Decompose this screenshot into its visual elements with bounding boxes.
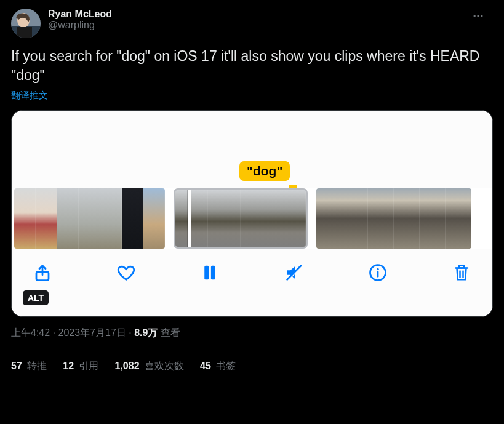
mute-button[interactable] <box>281 259 308 286</box>
username: @warpling <box>48 20 493 31</box>
views-count: 8.9万 <box>134 327 158 338</box>
user-info[interactable]: Ryan McLeod @warpling <box>48 9 493 31</box>
more-button[interactable] <box>472 10 493 25</box>
playhead[interactable] <box>188 188 191 249</box>
svg-rect-3 <box>17 27 32 38</box>
meta-line[interactable]: 上午4:42 · 2023年7月17日 · 8.9万 查看 <box>11 327 493 340</box>
avatar[interactable] <box>11 9 41 38</box>
delete-button[interactable] <box>448 259 475 286</box>
like-button[interactable] <box>113 259 140 286</box>
translate-link[interactable]: 翻译推文 <box>11 90 493 102</box>
tweet-container: Ryan McLeod @warpling If you search for … <box>0 0 504 383</box>
retweets[interactable]: 57 转推 <box>11 360 47 373</box>
display-name: Ryan McLeod <box>48 9 493 20</box>
quotes[interactable]: 12 引用 <box>63 360 98 373</box>
alt-badge[interactable]: ALT <box>23 290 49 305</box>
media-toolbar <box>12 249 492 297</box>
filmstrip[interactable] <box>12 188 492 249</box>
tweet-text: If you search for "dog" on iOS 17 it'll … <box>11 47 493 85</box>
svg-rect-8 <box>205 266 209 280</box>
svg-point-6 <box>481 15 482 17</box>
likes[interactable]: 1,082 喜欢次数 <box>115 360 185 373</box>
share-button[interactable] <box>29 259 56 286</box>
caption-label: "dog" <box>239 161 290 181</box>
tweet-date: 2023年7月17日 <box>58 327 126 338</box>
svg-point-5 <box>477 15 479 17</box>
views-label: 查看 <box>158 327 180 338</box>
tweet-header: Ryan McLeod @warpling <box>11 9 493 38</box>
media-card[interactable]: "dog" <box>11 110 493 317</box>
engagement-row: 57 转推 12 引用 1,082 喜欢次数 45 书签 <box>11 350 493 383</box>
svg-point-4 <box>474 15 476 17</box>
clip-1[interactable] <box>14 188 165 249</box>
info-button[interactable] <box>364 259 391 286</box>
media-whitespace: "dog" <box>12 111 492 188</box>
clip-3[interactable] <box>316 188 471 249</box>
tweet-time: 上午4:42 <box>11 327 50 338</box>
svg-rect-9 <box>211 266 215 280</box>
pause-button[interactable] <box>196 259 223 286</box>
clip-2-active[interactable] <box>174 188 308 249</box>
bookmarks[interactable]: 45 书签 <box>200 360 236 373</box>
svg-point-14 <box>377 268 379 271</box>
